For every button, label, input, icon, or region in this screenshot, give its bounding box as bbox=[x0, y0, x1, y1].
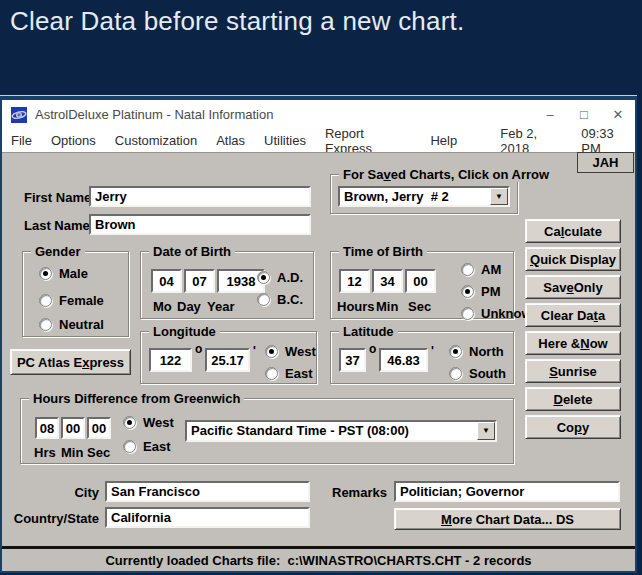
status-text: Currently loaded Charts file: c:\WINASTR… bbox=[105, 553, 531, 568]
city-input[interactable] bbox=[105, 481, 310, 502]
latitude-deg-input[interactable] bbox=[339, 348, 366, 372]
dob-month-input[interactable] bbox=[151, 269, 182, 293]
ad-radio[interactable] bbox=[257, 271, 270, 284]
timezone-value: Pacific Standard Time - PST (08:00) bbox=[187, 422, 477, 440]
greenwich-min-input[interactable] bbox=[61, 417, 85, 439]
dob-group: Date of Birth Mo Day Year A.D. B.C. bbox=[140, 251, 314, 319]
city-label: City bbox=[22, 485, 99, 500]
country-state-label: Country/State bbox=[10, 511, 99, 526]
pm-radio[interactable] bbox=[461, 285, 474, 298]
greenwich-sec-input[interactable] bbox=[87, 417, 111, 439]
dob-day-label: Day bbox=[177, 299, 201, 314]
gender-group: Gender Male Female Neutral bbox=[22, 251, 129, 337]
country-state-input[interactable] bbox=[105, 507, 310, 528]
latitude-south-radio[interactable] bbox=[449, 367, 462, 380]
first-name-field-wrap bbox=[89, 186, 311, 207]
copy-button[interactable]: Copy bbox=[525, 415, 621, 439]
status-bar: Currently loaded Charts file: c:\WINASTR… bbox=[2, 546, 635, 571]
longitude-option-east[interactable]: East bbox=[265, 366, 312, 381]
longitude-west-radio[interactable] bbox=[265, 345, 278, 358]
ampm-option-pm[interactable]: PM bbox=[461, 284, 501, 299]
menu-atlas[interactable]: Atlas bbox=[216, 133, 245, 148]
menu-file[interactable]: File bbox=[11, 133, 32, 148]
longitude-east-radio[interactable] bbox=[265, 367, 278, 380]
gender-option-neutral[interactable]: Neutral bbox=[39, 317, 104, 332]
gender-group-label: Gender bbox=[31, 244, 85, 259]
greenwich-group-label: Hours Difference from Greenwich bbox=[29, 391, 244, 406]
era-option-bc[interactable]: B.C. bbox=[257, 292, 303, 307]
chevron-down-icon[interactable]: ▼ bbox=[477, 422, 495, 440]
here-and-now-button[interactable]: Here & Now bbox=[525, 331, 621, 355]
degree-symbol: o bbox=[195, 342, 202, 356]
era-option-ad[interactable]: A.D. bbox=[257, 270, 303, 285]
app-icon bbox=[11, 107, 27, 123]
dob-day-input[interactable] bbox=[184, 269, 215, 293]
saved-charts-group: For Saved Charts, Click on Arrow Brown, … bbox=[330, 174, 518, 214]
longitude-group: Longitude o ' West East bbox=[140, 331, 317, 384]
tob-group: Time of Birth Hours Min Sec AM PM bbox=[330, 251, 514, 319]
latitude-option-north[interactable]: North bbox=[449, 344, 504, 359]
greenwich-option-west[interactable]: West bbox=[123, 415, 174, 430]
tob-sec-label: Sec bbox=[408, 299, 431, 314]
menu-utilities[interactable]: Utilities bbox=[264, 133, 306, 148]
first-name-input[interactable] bbox=[89, 186, 311, 207]
remarks-input[interactable] bbox=[394, 481, 620, 502]
form-area: JAH First Name Last Name For Saved Chart… bbox=[2, 152, 635, 571]
menu-options[interactable]: Options bbox=[51, 133, 96, 148]
am-radio[interactable] bbox=[461, 263, 474, 276]
window-title: AstrolDeluxe Platinum - Natal Informatio… bbox=[35, 107, 533, 122]
timezone-dropdown[interactable]: Pacific Standard Time - PST (08:00) ▼ bbox=[185, 420, 497, 442]
greenwich-hrs-input[interactable] bbox=[35, 417, 59, 439]
greenwich-sec-label: Sec bbox=[87, 445, 110, 460]
longitude-min-input[interactable] bbox=[205, 348, 250, 372]
greenwich-option-east[interactable]: East bbox=[123, 439, 170, 454]
greenwich-hrs-label: Hrs bbox=[34, 445, 56, 460]
tob-group-label: Time of Birth bbox=[339, 244, 427, 259]
pc-atlas-express-button[interactable]: PC Atlas Express bbox=[10, 349, 131, 375]
remarks-label: Remarks bbox=[332, 485, 387, 500]
dob-group-label: Date of Birth bbox=[149, 244, 235, 259]
clear-data-button[interactable]: Clear Data bbox=[525, 303, 621, 327]
calculate-button[interactable]: Calculate bbox=[525, 219, 621, 243]
tob-hours-input[interactable] bbox=[339, 269, 370, 293]
saved-charts-value: Brown, Jerry # 2 bbox=[340, 188, 490, 205]
ampm-option-am[interactable]: AM bbox=[461, 262, 501, 277]
male-radio[interactable] bbox=[39, 267, 52, 280]
greenwich-min-label: Min bbox=[61, 445, 83, 460]
app-window: AstrolDeluxe Platinum - Natal Informatio… bbox=[0, 96, 637, 573]
greenwich-east-radio[interactable] bbox=[123, 440, 136, 453]
greenwich-west-radio[interactable] bbox=[123, 416, 136, 429]
latitude-north-radio[interactable] bbox=[449, 345, 462, 358]
save-only-button[interactable]: Save Only bbox=[525, 275, 621, 299]
latitude-min-input[interactable] bbox=[379, 348, 428, 372]
longitude-group-label: Longitude bbox=[149, 324, 220, 339]
menu-help[interactable]: Help bbox=[430, 133, 457, 148]
unknown-radio[interactable] bbox=[461, 307, 474, 320]
last-name-label: Last Name bbox=[24, 218, 90, 233]
latitude-option-south[interactable]: South bbox=[449, 366, 506, 381]
gender-option-female[interactable]: Female bbox=[39, 293, 104, 308]
first-name-label: First Name bbox=[24, 190, 91, 205]
minute-symbol: ' bbox=[253, 344, 256, 358]
greenwich-group: Hours Difference from Greenwich Hrs Min … bbox=[20, 398, 514, 464]
tob-min-input[interactable] bbox=[372, 269, 403, 293]
quick-display-button[interactable]: Quick Display bbox=[525, 247, 621, 271]
tob-hours-label: Hours bbox=[337, 299, 375, 314]
longitude-option-west[interactable]: West bbox=[265, 344, 316, 359]
sunrise-button[interactable]: Sunrise bbox=[525, 359, 621, 383]
more-chart-data-button[interactable]: More Chart Data... DS bbox=[394, 508, 621, 530]
menu-customization[interactable]: Customization bbox=[115, 133, 197, 148]
gender-option-male[interactable]: Male bbox=[39, 266, 88, 281]
menu-report-express[interactable]: Report Express bbox=[325, 126, 412, 156]
neutral-radio[interactable] bbox=[39, 318, 52, 331]
female-radio[interactable] bbox=[39, 294, 52, 307]
delete-button[interactable]: Delete bbox=[525, 387, 621, 411]
desktop-banner-text: Clear Data before starting a new chart. bbox=[10, 6, 464, 37]
longitude-deg-input[interactable] bbox=[149, 348, 192, 372]
saved-charts-dropdown[interactable]: Brown, Jerry # 2 ▼ bbox=[338, 186, 510, 207]
tob-sec-input[interactable] bbox=[405, 269, 436, 293]
chevron-down-icon[interactable]: ▼ bbox=[490, 188, 508, 205]
bc-radio[interactable] bbox=[257, 293, 270, 306]
dob-mo-label: Mo bbox=[153, 299, 172, 314]
last-name-input[interactable] bbox=[89, 214, 311, 235]
